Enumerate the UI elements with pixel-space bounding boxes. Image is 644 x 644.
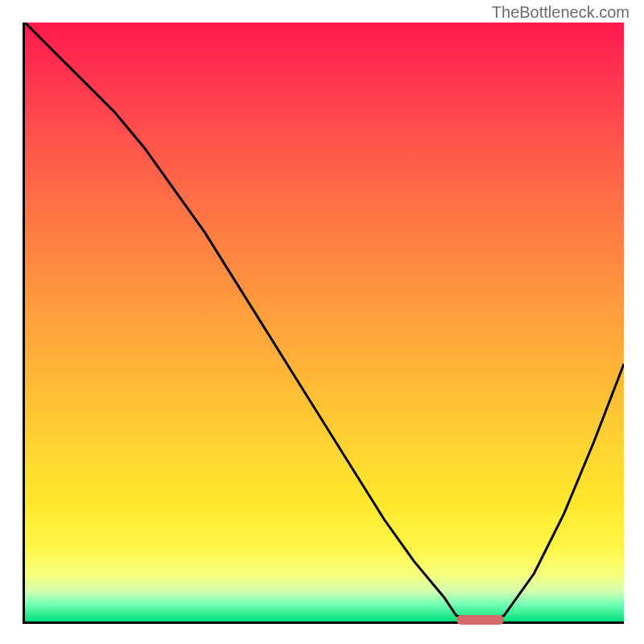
optimal-range-marker <box>456 615 505 625</box>
watermark-text: TheBottleneck.com <box>492 3 630 22</box>
chart-container: TheBottleneck.com <box>0 0 644 644</box>
bottleneck-curve <box>25 23 624 621</box>
curve-path <box>25 23 624 621</box>
plot-area <box>23 23 624 624</box>
